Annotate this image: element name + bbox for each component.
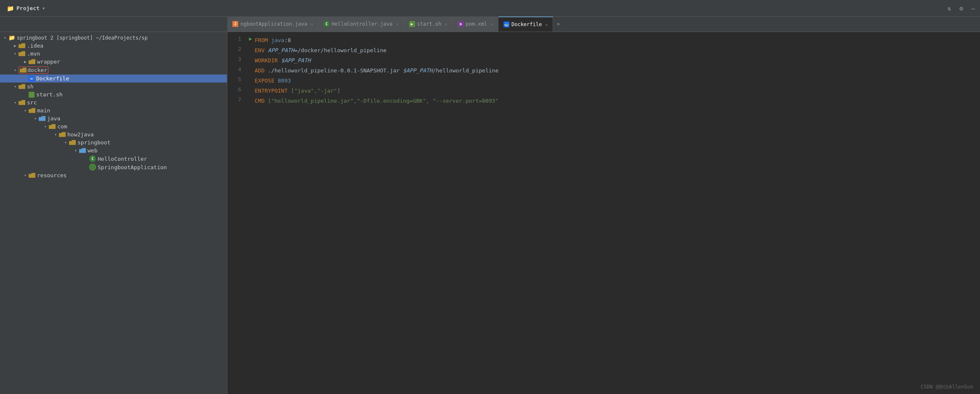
tree-sh[interactable]: ▾ sh (0, 83, 227, 91)
tree-docker[interactable]: ▾ docker (0, 66, 227, 75)
dockerfile-icon: 🐳 (29, 76, 35, 82)
toolbar-icons: ⇅ ⚙ — (946, 4, 977, 13)
tree-hello-controller[interactable]: ▶ C HelloController (0, 154, 227, 163)
tree-resources[interactable]: ▾ resources (0, 171, 227, 179)
line-number: 3 (227, 56, 246, 62)
dockerfile-label: Dockerfile (36, 75, 69, 82)
editor-area: 1 ▶ FROM java:8 2 ENV APP_PATH=/docker/h… (227, 32, 980, 394)
code-line-5: 5 EXPOSE 8093 (227, 76, 980, 86)
line-number: 5 (227, 76, 246, 83)
gear-icon[interactable]: ⚙ (958, 4, 964, 13)
java-app-icon: ⚙ (89, 164, 96, 170)
tab-label: pom.xml (466, 21, 487, 27)
line-number: 1 (227, 36, 246, 42)
folder-icon: 📁 (7, 5, 14, 12)
tab-pom-xml[interactable]: m pom.xml ✕ (453, 16, 498, 32)
code-text: EXPOSE 8093 (255, 76, 980, 85)
code-text: ENTRYPOINT ["java","-jar"] (255, 86, 980, 96)
code-text: WORKDIR $APP_PATH (255, 56, 980, 65)
line-number: 4 (227, 66, 246, 72)
folder-icon (20, 67, 27, 73)
code-text: FROM java:8 (255, 36, 980, 45)
com-label: com (57, 123, 67, 130)
tab-label: start.sh (417, 21, 442, 27)
tabs-overflow-icon[interactable]: » (553, 16, 563, 32)
watermark: CSDN @孙治AllenSun (921, 383, 973, 391)
run-gutter[interactable]: ▶ (246, 36, 255, 42)
expand-arrow: ▶ (12, 43, 19, 48)
xml-icon: m (458, 21, 463, 27)
wrapper-label: wrapper (37, 59, 60, 65)
tree-idea[interactable]: ▶ .idea (0, 42, 227, 50)
tab-close-springboot[interactable]: ✕ (311, 22, 313, 27)
start-sh-label: start.sh (36, 91, 63, 98)
tree-src[interactable]: ▾ src (0, 98, 227, 106)
tree-root[interactable]: ▾ 📁 springboot 2 [springboot] ~/IdeaProj… (0, 34, 227, 42)
tab-close-hello[interactable]: ✕ (396, 22, 398, 27)
top-bar: 📁 Project ▾ ⇅ ⚙ — (0, 0, 980, 17)
expand-arrow: ▾ (12, 68, 19, 72)
run-arrow-icon[interactable]: ▶ (249, 36, 252, 42)
dropdown-arrow[interactable]: ▾ (42, 5, 45, 11)
tab-start-sh[interactable]: ▶ start.sh ✕ (404, 16, 453, 32)
how2java-label: how2java (67, 131, 94, 138)
tree-mvn[interactable]: ▾ .mvn (0, 50, 227, 58)
line-number: 6 (227, 86, 246, 93)
java-icon: J (232, 21, 238, 27)
tab-close-dockerfile[interactable]: ✕ (545, 22, 548, 27)
expand-arrow: ▶ (22, 59, 29, 64)
tab-hello-controller[interactable]: C HelloController.java ✕ (319, 16, 404, 32)
java-label: java (47, 115, 60, 122)
hello-controller-label: HelloController (98, 156, 147, 162)
code-text: CMD ["helloworld_pipeline.jar","-Dfile.e… (255, 96, 980, 106)
code-editor[interactable]: 1 ▶ FROM java:8 2 ENV APP_PATH=/docker/h… (227, 32, 980, 394)
tab-dockerfile[interactable]: 🐳 Dockerfile ✕ (498, 16, 553, 32)
springboot-app-label: SpringbootApplication (98, 164, 167, 170)
folder-icon (19, 51, 25, 56)
expand-arrow: ▾ (42, 124, 49, 129)
tree-springboot-pkg[interactable]: ▾ springboot (0, 138, 227, 146)
tab-springboot-app[interactable]: J ngbootApplication.java ✕ (227, 16, 319, 32)
line-number: 7 (227, 96, 246, 103)
tree-how2java[interactable]: ▾ how2java (0, 130, 227, 138)
tree-main[interactable]: ▾ main (0, 106, 227, 114)
code-line-6: 6 ENTRYPOINT ["java","-jar"] (227, 86, 980, 96)
folder-icon (29, 59, 35, 64)
spacer: ▶ (22, 76, 29, 81)
expand-arrow: ▾ (52, 132, 59, 137)
tree-dockerfile[interactable]: ▶ 🐳 Dockerfile (0, 75, 227, 83)
transfer-icon[interactable]: ⇅ (946, 4, 953, 13)
expand-arrow: ▾ (12, 51, 19, 56)
tree-springboot-app[interactable]: ▶ ⚙ SpringbootApplication (0, 163, 227, 171)
web-label: web (88, 147, 97, 154)
tab-close-startsh[interactable]: ✕ (445, 22, 447, 27)
code-text: ENV APP_PATH=/docker/helloworld_pipeline (255, 46, 980, 55)
tree-web[interactable]: ▾ web (0, 146, 227, 154)
expand-arrow: ▾ (12, 100, 19, 105)
minus-icon[interactable]: — (970, 4, 977, 13)
folder-icon (59, 132, 66, 137)
expand-arrow: ▾ (2, 35, 8, 40)
tree-java[interactable]: ▾ java (0, 114, 227, 122)
tree-com[interactable]: ▾ com (0, 122, 227, 130)
project-panel-title[interactable]: 📁 Project ▾ (3, 3, 49, 13)
docker-label: docker (27, 67, 47, 73)
spacer: ▶ (22, 92, 29, 97)
sh-label: sh (27, 83, 34, 90)
tabs-bar: J ngbootApplication.java ✕ C HelloContro… (0, 17, 980, 32)
tree-start-sh[interactable]: ▶ start.sh (0, 91, 227, 98)
folder-icon (19, 84, 25, 89)
spacer: ▶ (83, 157, 89, 161)
tab-label: HelloController.java (332, 21, 393, 27)
tree-wrapper[interactable]: ▶ wrapper (0, 58, 227, 66)
folder-icon (49, 124, 56, 129)
tab-close-pom[interactable]: ✕ (490, 22, 493, 27)
tab-label: ngbootApplication.java (240, 21, 307, 27)
folder-icon (19, 100, 25, 105)
springboot-pkg-label: springboot (77, 139, 110, 146)
spacer: ▶ (83, 165, 89, 170)
line-number: 2 (227, 46, 246, 52)
tab-label: Dockerfile (511, 21, 542, 27)
project-tree[interactable]: ▾ 📁 springboot 2 [springboot] ~/IdeaProj… (0, 32, 227, 394)
main-label: main (37, 107, 50, 114)
